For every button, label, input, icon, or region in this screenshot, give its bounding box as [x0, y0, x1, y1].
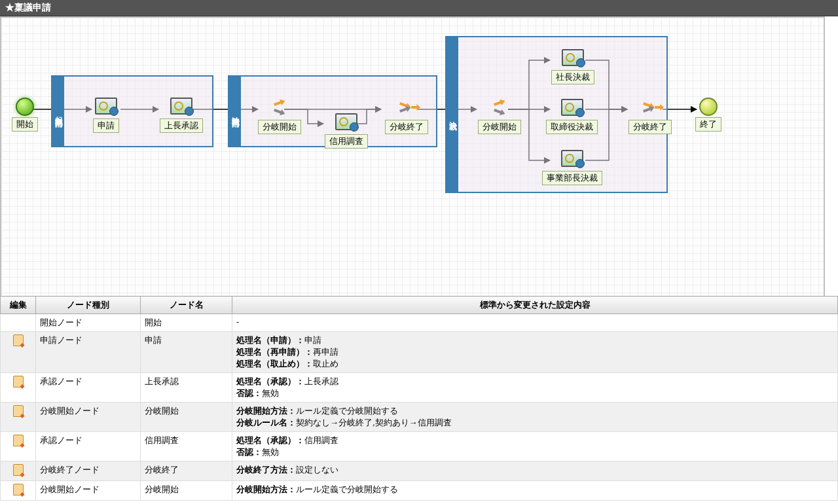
cell-name: 開始	[141, 314, 232, 319]
col-edit: 編集	[1, 297, 36, 314]
branch-start-icon	[268, 98, 291, 117]
node-label: 社長決裁	[551, 70, 594, 84]
node-shacho[interactable]: 社長決裁	[551, 46, 594, 84]
cell-type: 開始ノード	[36, 314, 141, 319]
swimlane-title: 決裁	[446, 37, 458, 192]
node-label: 事業部長決裁	[542, 171, 602, 185]
start-node[interactable]: 開始	[12, 98, 38, 132]
cell-details: -	[232, 314, 838, 319]
branch-end-icon	[395, 98, 418, 117]
node-joucho[interactable]: 上長承認	[160, 95, 203, 133]
branch-end-icon	[639, 98, 661, 117]
node-shinyo[interactable]: 信用調査	[325, 111, 368, 149]
start-icon	[16, 98, 34, 116]
screen-icon	[561, 99, 583, 116]
col-settings: 標準から変更された設定内容	[232, 297, 838, 314]
end-icon	[699, 98, 718, 116]
node-label: 分岐開始	[258, 120, 301, 134]
end-node[interactable]: 終了	[695, 98, 721, 132]
node-bunki-start-2[interactable]: 分岐開始	[478, 96, 521, 134]
swimlane-title: 起案部門	[52, 77, 64, 146]
node-jigyobu[interactable]: 事業部長決裁	[542, 147, 602, 185]
node-shinsei[interactable]: 申請	[93, 95, 119, 133]
screen-icon	[561, 150, 583, 167]
table-row[interactable]: 開始ノード開始-	[1, 314, 838, 319]
node-label: 取締役決裁	[546, 120, 598, 134]
cell-edit[interactable]	[1, 314, 36, 319]
branch-start-icon	[488, 98, 511, 117]
node-bunki-start-1[interactable]: 分岐開始	[258, 96, 301, 134]
node-bunki-end-1[interactable]: 分岐終了	[385, 96, 428, 134]
node-label: 分岐開始	[478, 120, 521, 134]
screen-icon	[562, 49, 584, 66]
window-title: ★稟議申請	[0, 0, 838, 16]
node-label: 分岐終了	[628, 120, 672, 134]
node-label: 信用調査	[325, 134, 368, 149]
node-label: 終了	[695, 117, 721, 132]
canvas-viewport[interactable]: 開始 起案部門 申請 上長承認 法務部門 分岐開始 信用調査 分岐終了	[0, 16, 838, 308]
col-name: ノード名	[141, 297, 232, 314]
col-type: ノード種別	[36, 297, 141, 314]
workflow-canvas[interactable]: 開始 起案部門 申請 上長承認 法務部門 分岐開始 信用調査 分岐終了	[0, 16, 825, 298]
node-label: 分岐終了	[385, 120, 428, 134]
node-table: 編集 ノード種別 ノード名 標準から変更された設定内容 開始ノード開始-申請ノー…	[0, 296, 838, 319]
screen-icon	[170, 98, 192, 115]
screen-icon	[95, 98, 117, 115]
swimlane-title: 法務部門	[229, 77, 241, 146]
node-label: 上長承認	[160, 118, 203, 133]
details-panel[interactable]: 編集 ノード種別 ノード名 標準から変更された設定内容 開始ノード開始-申請ノー…	[0, 296, 838, 319]
screen-icon	[335, 113, 357, 130]
node-label: 申請	[93, 118, 119, 133]
node-torishimari[interactable]: 取締役決裁	[546, 96, 598, 134]
node-bunki-end-2[interactable]: 分岐終了	[628, 96, 672, 134]
node-label: 開始	[12, 117, 38, 132]
